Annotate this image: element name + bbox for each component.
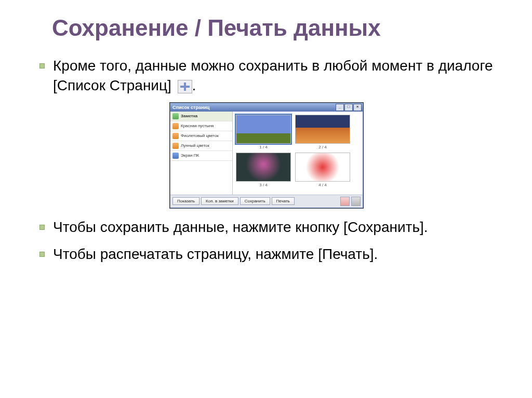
sidebar-label: Экран ПК [181,153,199,158]
thumb-caption: 3 / 4 [236,183,291,187]
bullet-item: Кроме того, данные можно сохранить в люб… [36,56,496,95]
dialog-titlebar: Список страниц _ □ × [170,103,363,112]
sidebar-item[interactable]: Заметка [170,112,232,121]
thumbnail[interactable]: 4 / 4 [295,153,350,187]
sidebar-item[interactable]: Экран ПК [170,151,232,161]
thumb-caption: 2 / 4 [295,145,350,149]
thumbnail-grid: 1 / 4 2 / 4 3 / 4 4 / 4 [233,112,363,195]
dialog-screenshot: Список страниц _ □ × Заметка Красная пус… [170,103,362,208]
thumb-caption: 1 / 4 [236,145,291,149]
print-button[interactable]: Печать [272,197,295,205]
thumbnail[interactable]: 2 / 4 [295,115,350,149]
sidebar-item[interactable]: Лунный цветок [170,141,232,151]
thumb-image [295,115,350,144]
bullet-text: Чтобы сохранить данные, нажмите кнопку [… [53,219,428,235]
image-icon [172,143,179,149]
note-icon [172,113,179,119]
image-icon [172,123,179,129]
thumb-image [295,153,350,182]
maximize-button[interactable]: □ [344,104,353,111]
close-button[interactable]: × [353,104,362,111]
trash-icon[interactable] [351,197,361,206]
dialog-title: Список страниц [172,105,209,110]
thumb-image [236,153,291,182]
thumbnail[interactable]: 1 / 4 [236,115,291,149]
page-list-icon [178,80,192,93]
bullet-list: Кроме того, данные можно сохранить в люб… [36,56,496,95]
show-button[interactable]: Показать [172,197,200,205]
sidebar-label: Лунный цветок [181,143,209,148]
bullet-text-suffix: . [192,77,196,93]
dialog-sidebar: Заметка Красная пустыня Фиолетовый цвето… [170,112,233,195]
thumb-caption: 4 / 4 [295,183,350,187]
bullet-text: Кроме того, данные можно сохранить в люб… [53,58,493,93]
thumb-image [236,115,291,144]
bullet-item: Чтобы распечатать страницу, нажмите [Печ… [36,244,496,264]
copy-button[interactable]: Коп. в заметки [201,197,238,205]
slide-content: Сохранение / Печать данных Кроме того, д… [0,0,532,398]
sidebar-item[interactable]: Красная пустыня [170,121,232,131]
sidebar-label: Фиолетовый цветок [181,133,219,138]
page-list-dialog: Список страниц _ □ × Заметка Красная пус… [170,103,363,208]
thumbnail[interactable]: 3 / 4 [236,153,291,187]
image-icon [172,133,179,139]
screen-icon [172,153,179,159]
sidebar-item[interactable]: Фиолетовый цветок [170,131,232,141]
bullet-text: Чтобы распечатать страницу, нажмите [Печ… [53,246,378,262]
sidebar-label: Заметка [181,114,197,118]
save-button[interactable]: Сохранить [240,197,270,205]
sidebar-label: Красная пустыня [181,123,214,128]
slide-title: Сохранение / Печать данных [52,16,496,40]
bullet-item: Чтобы сохранить данные, нажмите кнопку [… [36,217,496,237]
bullet-list-continued: Чтобы сохранить данные, нажмите кнопку [… [36,217,496,264]
color-icon[interactable] [340,197,350,206]
dialog-footer: Показать Коп. в заметки Сохранить Печать [170,195,363,208]
minimize-button[interactable]: _ [336,104,344,111]
